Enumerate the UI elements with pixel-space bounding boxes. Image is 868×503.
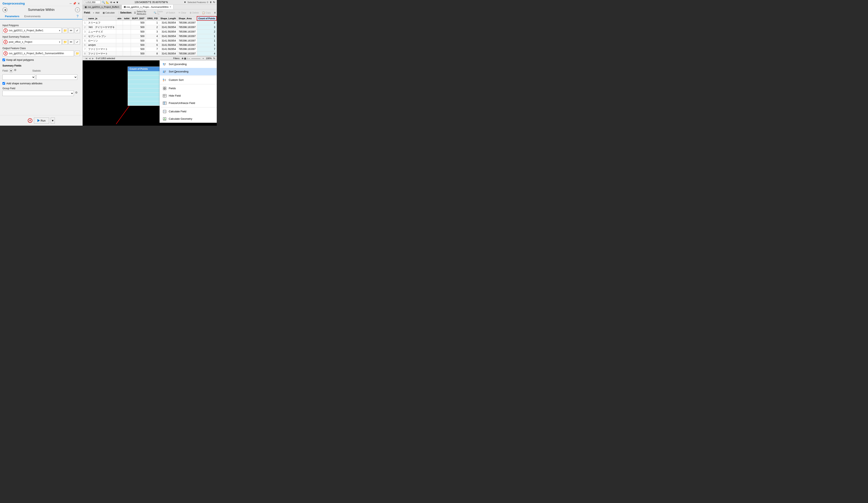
col-atm[interactable]: atm [116, 17, 123, 20]
switch-label: Switch [168, 11, 175, 14]
zoom-label: Zoom To [157, 10, 163, 15]
cell-shape-area: 785398.163397 [177, 34, 197, 39]
prev-page-btn[interactable]: ◀ [88, 57, 91, 60]
group-gear-btn[interactable]: ⚙ [75, 91, 80, 96]
svg-marker-3 [163, 63, 164, 64]
field-label-text: Field [2, 69, 8, 72]
tab-parameters[interactable]: Parameters [2, 13, 22, 19]
tab-close-icon[interactable]: ✕ [169, 6, 171, 8]
keep-polygons-checkbox[interactable] [2, 59, 5, 61]
refresh-icon[interactable]: ↻ [213, 1, 215, 4]
group-field-select[interactable] [2, 91, 74, 96]
row-num: 5 [83, 39, 87, 43]
folder-btn-2[interactable]: 📁 [62, 39, 68, 44]
cell-name-ja: ローソン [87, 39, 116, 43]
back-button[interactable]: ◀ [2, 7, 7, 12]
col-orig-fid[interactable]: ORIG_FID [146, 17, 159, 20]
delete-btn[interactable]: 🗑 Delete [188, 11, 200, 14]
add-btn[interactable]: ＋ Add [91, 11, 101, 15]
folder-btn-3[interactable]: 📁 [75, 51, 80, 56]
field-toolbar-label: Field: [84, 11, 90, 14]
coord-dropdown[interactable]: ▼ [184, 1, 186, 4]
svg-rect-22 [163, 94, 166, 97]
scale-input[interactable] [84, 1, 101, 4]
add-button[interactable]: ＋ [75, 7, 80, 12]
first-page-btn[interactable]: |◀ [84, 57, 88, 60]
pin-icon[interactable]: 📌 [73, 2, 76, 5]
cell-shape-length: 3141.592654 [159, 39, 177, 43]
menu-freeze-field[interactable]: Freeze/Unfreeze Field [160, 100, 217, 107]
next-page-btn[interactable]: ▶ [91, 57, 94, 60]
run-button[interactable]: Run [34, 117, 49, 124]
field-gear-btn[interactable]: ⚙ [14, 68, 19, 73]
col-toilet[interactable]: toilet [123, 17, 131, 20]
edit-btn-1[interactable]: ✏ [69, 28, 74, 33]
cell-buff-dist: 500 [131, 39, 146, 43]
switch-btn[interactable]: ⇄ Switch [165, 11, 176, 14]
run-dropdown-btn[interactable]: ▼ [51, 117, 55, 124]
menu-hide-field[interactable]: Hide Field [160, 92, 217, 100]
field-stat-inputs [2, 74, 80, 80]
input-summary-field[interactable]: 2 post_office_s_Project ▼ [2, 39, 62, 45]
menu-custom-sort[interactable]: Custom Sort [160, 76, 217, 84]
svg-rect-21 [165, 89, 166, 90]
cell-shape-length: 3141.592654 [159, 25, 177, 30]
close-icon[interactable]: ✕ [78, 2, 80, 5]
col-buff-dist[interactable]: BUFF_DIST [131, 17, 146, 20]
statistic-select[interactable] [37, 74, 77, 80]
coord-display: 139.5436057°E 35.6070758°N [120, 1, 183, 4]
hide-field-icon [163, 94, 167, 98]
clear-btn[interactable]: ✕ Clear [177, 11, 187, 14]
select-by-attributes-btn[interactable]: ☰ Select By Attributes [133, 10, 152, 16]
menu-sep-3 [160, 107, 217, 107]
input-polygons-field[interactable]: 1 cvs_jgd2011_s_Project_Buffer1 ▼ [2, 28, 62, 33]
menu-calculate-geometry[interactable]: Calculate Geometry [160, 115, 217, 123]
menu-fields[interactable]: Fields [160, 85, 217, 92]
copy-btn[interactable]: 📋 Copy [201, 11, 212, 14]
calculate-label: Calculate [105, 11, 115, 14]
col-count-of-points[interactable]: Count of Points [197, 17, 217, 20]
col-shape-area[interactable]: Shape_Area [177, 17, 197, 20]
field-select[interactable] [2, 74, 35, 80]
map-area: Count of Points ↕ 10 10 10 10 10 10 10 1… [83, 60, 217, 126]
cell-shape-length: 3141.592654 [159, 20, 177, 25]
panel-content: Input Polygons 1 cvs_jgd2011_s_Project_B… [0, 19, 82, 115]
help-icon[interactable]: ? [77, 14, 79, 18]
cell-atm [116, 25, 123, 30]
check-btn-2[interactable]: ✓ [75, 39, 80, 44]
table-footer: |◀ ◀ ▶ 0 of 3,853 selected Filters: ⊕ ▦ … [83, 56, 217, 60]
col-name-ja[interactable]: name_ja [87, 17, 116, 20]
svg-rect-18 [163, 87, 164, 88]
pause-icon[interactable]: ⏸ [209, 1, 212, 4]
delete-label: Delete [193, 11, 199, 14]
refresh-table-btn[interactable]: ↻ [213, 57, 215, 60]
badge-3: 3 [3, 51, 8, 55]
field-stat-header: Field ▼ ⚙ Statistic [2, 68, 80, 73]
svg-text:x: x [165, 111, 166, 113]
tab-buffer1[interactable]: ▦ cvs_jgd2011_s_Project_Buffer1 [83, 5, 122, 9]
tab-summarize[interactable]: ▦ cvs_jgd2011_s_Projec...SummarizeWithin… [122, 5, 174, 9]
input-summary-row: 2 post_office_s_Project ▼ 📁 ✏ ✓ [2, 39, 80, 45]
menu-sort-ascending[interactable]: Sort Ascending [160, 61, 217, 68]
tab-environments[interactable]: Environments [22, 13, 43, 19]
output-class-field[interactable]: 3 cvs_jgd2011_s_Project_Buffer1_Summariz… [2, 51, 74, 56]
menu-sort-descending[interactable]: Sort Descending [160, 68, 217, 75]
add-shape-checkbox[interactable] [2, 82, 5, 85]
field-dropdown-btn[interactable]: ▼ [9, 69, 13, 73]
cell-name-ja: ニューデイズ [87, 30, 116, 34]
edit-btn-2[interactable]: ✏ [69, 39, 74, 44]
menu-icon-right[interactable]: ≡ [214, 11, 216, 14]
col-shape-length[interactable]: Shape_Length [159, 17, 177, 20]
check-btn-1[interactable]: ✓ [75, 28, 80, 33]
count-popup-title: Count of Points [130, 68, 148, 70]
menu-calculate-field[interactable]: f x Calculate Field [160, 108, 217, 115]
calculate-btn[interactable]: ▦ Calculate [102, 11, 116, 14]
calculate-field-icon: f x [163, 110, 167, 114]
cell-toilet [123, 47, 131, 51]
minimize-icon[interactable]: ─ [70, 2, 72, 5]
zoom-to-btn[interactable]: 🔍 Zoom To [152, 10, 164, 16]
table-row: 7 ファミリーマート 500 7 3141.592654 785398.1633… [83, 47, 217, 51]
cell-name-ja: 'AKI デイリーヤマザキ [87, 25, 116, 30]
zoom-in-btn[interactable]: ＋ [202, 57, 204, 60]
folder-btn-1[interactable]: 📁 [62, 28, 68, 33]
